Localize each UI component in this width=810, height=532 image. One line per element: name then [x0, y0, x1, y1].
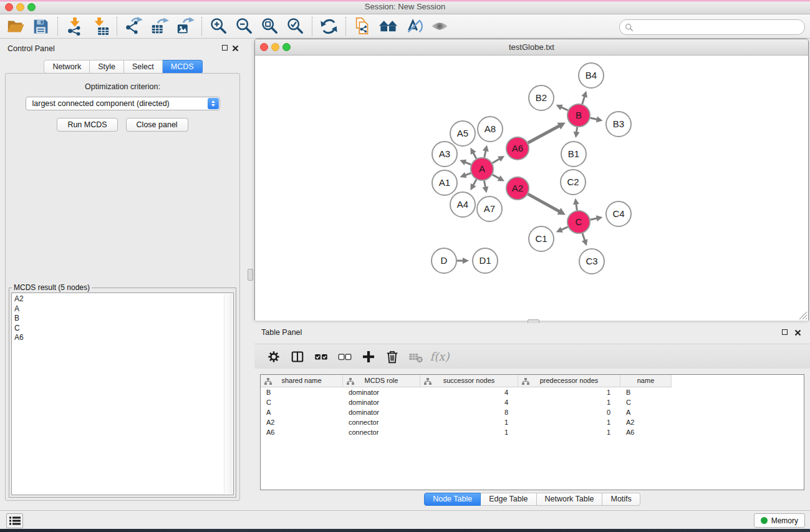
- table-cell[interactable]: A6: [620, 427, 672, 437]
- hide-labels-button[interactable]: [401, 16, 427, 37]
- graph-edge-B-B3[interactable]: [591, 116, 603, 122]
- float-panel-button[interactable]: [222, 45, 228, 51]
- graph-edge-A-A8[interactable]: [483, 145, 489, 157]
- search-input[interactable]: [636, 21, 804, 34]
- scrollbar-track[interactable]: [224, 294, 233, 494]
- open-session-button[interactable]: [2, 16, 28, 37]
- vertical-splitter-handle[interactable]: [248, 269, 253, 281]
- show-hide-view-button[interactable]: [427, 16, 452, 37]
- save-session-button[interactable]: [28, 16, 54, 37]
- import-network-button[interactable]: [62, 16, 87, 37]
- table-row[interactable]: A6connector11A6: [261, 427, 804, 437]
- table-cell[interactable]: A6: [261, 427, 343, 437]
- graph-node-A7[interactable]: A7: [477, 196, 502, 221]
- table-cell[interactable]: dominator: [343, 397, 420, 407]
- table-cell[interactable]: dominator: [343, 407, 420, 417]
- column-header-name[interactable]: name: [620, 375, 672, 387]
- graph-node-B[interactable]: B: [567, 104, 590, 127]
- graph-edge-B-B1[interactable]: [574, 127, 580, 138]
- table-row[interactable]: Cdominator41C: [261, 397, 804, 407]
- graph-node-C[interactable]: C: [567, 211, 590, 233]
- table-cell[interactable]: 1: [518, 427, 620, 437]
- graph-node-A[interactable]: A: [471, 158, 493, 180]
- table-cell[interactable]: A: [620, 407, 672, 417]
- graph-node-C3[interactable]: C3: [579, 249, 604, 274]
- split-view-button[interactable]: [286, 347, 309, 367]
- table-cell[interactable]: B: [620, 387, 672, 397]
- table-cell[interactable]: 0: [518, 407, 620, 417]
- create-column-button[interactable]: [357, 347, 380, 367]
- mcds-result-list[interactable]: A2ABCA6: [11, 293, 234, 495]
- tab-edge-table[interactable]: Edge Table: [481, 493, 536, 506]
- column-header-MCDS-role[interactable]: MCDS role: [343, 375, 420, 387]
- graph-edge-A-A3[interactable]: [460, 160, 471, 165]
- mcds-result-item[interactable]: A: [14, 304, 223, 314]
- table-cell[interactable]: B: [261, 387, 343, 397]
- graph-node-B3[interactable]: B3: [606, 112, 631, 137]
- column-header-predecessor-nodes[interactable]: predecessor nodes: [518, 375, 620, 387]
- run-mcds-button[interactable]: Run MCDS: [57, 118, 117, 132]
- resize-grip[interactable]: [799, 311, 808, 320]
- zoom-out-button[interactable]: [231, 16, 257, 37]
- table-cell[interactable]: 8: [420, 407, 518, 417]
- graph-edge-D-D1[interactable]: [457, 258, 469, 264]
- graph-node-C4[interactable]: C4: [606, 201, 631, 226]
- table-cell[interactable]: 1: [420, 417, 518, 427]
- graph-node-A6[interactable]: A6: [506, 137, 529, 160]
- graph-edge-A-A6[interactable]: [492, 156, 504, 163]
- export-image-button[interactable]: [172, 16, 198, 37]
- zoom-selected-button[interactable]: [282, 16, 308, 37]
- network-canvas[interactable]: AA6A2BCA1A3A4A5A7A8B1B2B3B4C1C2C3C4DD1: [255, 56, 808, 321]
- export-network-button[interactable]: [121, 16, 147, 37]
- graph-node-D[interactable]: D: [432, 248, 456, 273]
- graph-edge-A2-C[interactable]: [528, 194, 566, 215]
- mcds-result-item[interactable]: A2: [14, 294, 223, 304]
- graph-edge-A-A1[interactable]: [460, 172, 471, 178]
- show-panel-list-button[interactable]: [6, 513, 23, 528]
- network-window-titlebar[interactable]: testGlobe.txt: [255, 39, 808, 56]
- refresh-view-button[interactable]: [316, 16, 342, 37]
- tab-motifs[interactable]: Motifs: [602, 493, 640, 506]
- graph-node-A1[interactable]: A1: [432, 170, 457, 195]
- export-table-button[interactable]: [147, 16, 172, 37]
- open-ndex-home-button[interactable]: [375, 16, 401, 37]
- graph-edge-C-C4[interactable]: [591, 215, 603, 221]
- graph-node-A4[interactable]: A4: [450, 192, 475, 217]
- tab-select[interactable]: Select: [124, 60, 163, 74]
- main-titlebar[interactable]: Session: New Session: [0, 0, 810, 14]
- table-row[interactable]: A2connector11A2: [261, 417, 804, 427]
- function-builder-button[interactable]: f(x): [428, 347, 451, 367]
- graph-edge-A-A4[interactable]: [470, 180, 476, 190]
- graph-node-B4[interactable]: B4: [579, 63, 604, 88]
- graph-edge-B-B4[interactable]: [581, 91, 587, 104]
- graph-edge-A6-B[interactable]: [528, 122, 566, 143]
- graph-node-A8[interactable]: A8: [478, 117, 503, 142]
- column-header-shared-name[interactable]: shared name: [261, 375, 343, 387]
- graph-edge-B-B2[interactable]: [556, 105, 568, 110]
- table-cell[interactable]: 1: [518, 397, 620, 407]
- table-cell[interactable]: dominator: [343, 387, 420, 397]
- graph-node-B2[interactable]: B2: [529, 85, 554, 110]
- select-all-columns-button[interactable]: [309, 347, 333, 367]
- memory-button[interactable]: Memory: [754, 513, 805, 528]
- graph-node-B1[interactable]: B1: [561, 142, 586, 167]
- table-cell[interactable]: A2: [261, 417, 343, 427]
- table-cell[interactable]: A: [261, 407, 343, 417]
- graph-edge-C-C1[interactable]: [556, 227, 568, 233]
- table-cell[interactable]: A2: [620, 417, 672, 427]
- table-cell[interactable]: C: [261, 397, 343, 407]
- deselect-all-columns-button[interactable]: [333, 347, 357, 367]
- table-row[interactable]: Bdominator41B: [261, 387, 804, 397]
- close-panel-action-button[interactable]: Close panel: [126, 118, 188, 132]
- graph-node-A2[interactable]: A2: [506, 177, 529, 200]
- table-settings-button[interactable]: [262, 347, 286, 367]
- tab-network-table[interactable]: Network Table: [537, 493, 603, 506]
- close-table-panel-button[interactable]: [794, 329, 801, 336]
- table-cell[interactable]: connector: [343, 417, 420, 427]
- graph-node-C2[interactable]: C2: [561, 170, 586, 195]
- delete-table-button[interactable]: [404, 347, 428, 367]
- graph-edge-A-A5[interactable]: [470, 148, 476, 158]
- zoom-fit-button[interactable]: [257, 16, 282, 37]
- table-cell[interactable]: C: [620, 397, 672, 407]
- column-header-successor-nodes[interactable]: successor nodes: [420, 375, 518, 387]
